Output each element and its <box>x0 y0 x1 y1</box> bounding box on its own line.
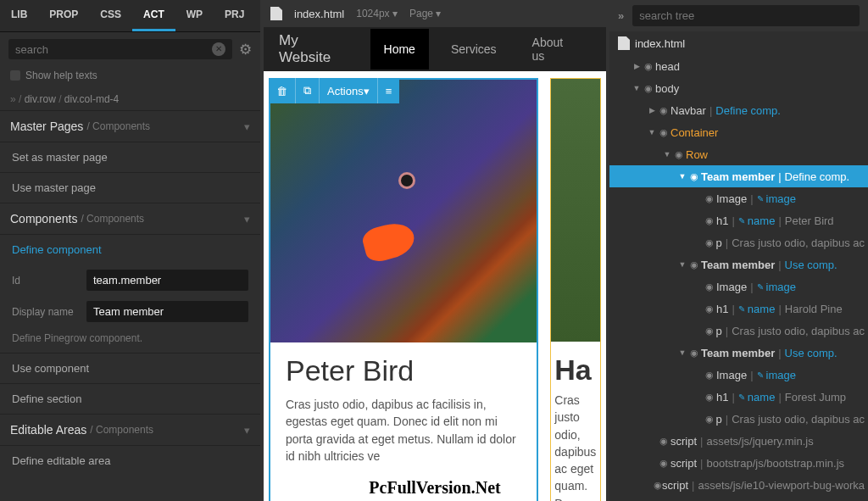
chevron-down-icon: ▾ <box>244 120 250 133</box>
menu-icon[interactable]: ≡ <box>378 78 400 103</box>
tree-file[interactable]: index.html <box>609 31 868 55</box>
define-section[interactable]: Define section <box>0 383 260 414</box>
file-icon <box>618 36 630 50</box>
chevron-down-icon: ▾ <box>244 424 250 437</box>
site-navbar: My Website Home Services About us <box>264 27 606 71</box>
id-label: Id <box>12 275 78 287</box>
tab-wp[interactable]: WP <box>175 0 214 31</box>
tab-lib[interactable]: LIB <box>0 0 38 31</box>
actions-dropdown[interactable]: Actions ▾ <box>320 78 378 103</box>
chevron-down-icon: ▾ <box>244 213 250 225</box>
nav-home[interactable]: Home <box>370 29 429 70</box>
tree-node-p[interactable]: ◉p|Cras justo odio, dapibus ac <box>609 320 868 342</box>
tree-node-head[interactable]: ▶◉head <box>609 55 868 77</box>
card-text[interactable]: Cras justo odio, dapibus ac eget quam. D… <box>551 392 600 501</box>
tab-css[interactable]: CSS <box>89 0 132 31</box>
tree-node-team-2[interactable]: ▼◉Team member|Use comp. <box>609 253 868 276</box>
brand[interactable]: My Website <box>279 32 352 66</box>
display-name-label: Display name <box>12 306 78 318</box>
tree-search-input[interactable] <box>632 5 860 26</box>
help-label: Show help texts <box>25 70 97 81</box>
team-member-card[interactable]: 🗑 ⧉ Actions ▾ ≡ Peter Bird Cras justo od… <box>269 78 538 501</box>
tree-node-image[interactable]: ◉Image|✎image <box>609 364 868 386</box>
tab-prj[interactable]: PRJ <box>214 0 255 31</box>
expand-icon[interactable]: » <box>618 9 624 22</box>
tree-node-image[interactable]: ◉Image|✎image <box>609 276 868 298</box>
trash-icon[interactable]: 🗑 <box>269 78 296 103</box>
clear-search-icon[interactable]: ✕ <box>212 42 225 56</box>
tree-node-body[interactable]: ▼◉body <box>609 77 868 99</box>
left-panel: LIB PROP CSS ACT WP PRJ ✕ ⚙ Show help te… <box>0 0 260 501</box>
tree-node-team-1[interactable]: ▼◉Team member|Define comp. <box>609 165 868 187</box>
define-component[interactable]: Define component <box>0 234 260 264</box>
section-master-pages[interactable]: Master Pages / Components ▾ <box>0 110 260 142</box>
component-hint: Define Pinegrow component. <box>0 327 260 353</box>
page-bar: index.html 1024px ▾ Page ▾ <box>260 0 609 27</box>
tree-node-script[interactable]: ◉script|assets/js/jquery.min.js <box>609 430 868 452</box>
tree-node-image[interactable]: ◉Image|✎image <box>609 187 868 209</box>
use-master-page[interactable]: Use master page <box>0 172 260 203</box>
tree-node-container[interactable]: ▼◉Container <box>609 121 868 143</box>
page-menu[interactable]: Page ▾ <box>409 8 441 19</box>
nav-services[interactable]: Services <box>437 29 510 70</box>
file-icon <box>270 7 282 20</box>
display-name-field[interactable] <box>86 301 248 322</box>
card-title[interactable]: Ha <box>551 342 600 392</box>
tree-panel: » index.html ▶◉head ▼◉body ▶◉Navbar|Defi… <box>609 0 868 501</box>
search-input[interactable] <box>15 43 212 56</box>
search-box: ✕ <box>8 39 232 59</box>
tree-node-h1[interactable]: ◉h1|✎name|Forest Jump <box>609 386 868 408</box>
section-editable-areas[interactable]: Editable Areas / Components ▾ <box>0 414 260 445</box>
duplicate-icon[interactable]: ⧉ <box>296 78 320 103</box>
card-title[interactable]: Peter Bird <box>286 354 521 387</box>
tree-node-h1[interactable]: ◉h1|✎name|Harold Pine <box>609 298 868 320</box>
page-preview: My Website Home Services About us 🗑 ⧉ Ac… <box>264 27 606 501</box>
tree-node-script[interactable]: ◉script|assets/js/ie10-viewport-bug-work… <box>609 474 868 496</box>
tree-node-p[interactable]: ◉p|Cras justo odio, dapibus ac <box>609 408 868 430</box>
watermark: PcFullVersion.Net <box>369 478 500 498</box>
tree-node-script[interactable]: ◉script|bootstrap/js/bootstrap.min.js <box>609 452 868 474</box>
card-image[interactable] <box>551 79 600 342</box>
nav-about[interactable]: About us <box>519 27 591 76</box>
crumb-row[interactable]: div.row <box>25 93 56 105</box>
page-width[interactable]: 1024px ▾ <box>356 8 398 19</box>
section-components[interactable]: Components / Components ▾ <box>0 203 260 234</box>
crumb-col[interactable]: div.col-md-4 <box>64 93 119 105</box>
page-filename[interactable]: index.html <box>294 8 344 20</box>
tree-node-navbar[interactable]: ▶◉Navbar|Define comp. <box>609 99 868 121</box>
define-editable-area[interactable]: Define editable area <box>0 445 260 476</box>
card-image[interactable] <box>270 80 537 342</box>
preview-panel: index.html 1024px ▾ Page ▾ My Website Ho… <box>260 0 609 501</box>
tree-node-row[interactable]: ▼◉Row <box>609 143 868 165</box>
breadcrumb: » / div.row / div.col-md-4 <box>0 88 260 110</box>
tree-node-p[interactable]: ◉p|Cras justo odio, dapibus ac <box>609 231 868 253</box>
gear-icon[interactable]: ⚙ <box>239 41 252 58</box>
team-member-card-2[interactable]: Ha Cras justo odio, dapibus ac eget quam… <box>550 78 601 501</box>
set-master-page[interactable]: Set as master page <box>0 142 260 172</box>
use-component[interactable]: Use component <box>0 353 260 383</box>
panel-tabs: LIB PROP CSS ACT WP PRJ <box>0 0 260 32</box>
tree-node-h1[interactable]: ◉h1|✎name|Peter Bird <box>609 209 868 231</box>
id-field[interactable] <box>86 270 248 291</box>
tree-node-team-3[interactable]: ▼◉Team member|Use comp. <box>609 342 868 364</box>
tab-act[interactable]: ACT <box>132 0 175 31</box>
help-checkbox[interactable] <box>10 70 20 81</box>
element-toolbar: 🗑 ⧉ Actions ▾ ≡ <box>269 78 399 103</box>
tab-prop[interactable]: PROP <box>38 0 89 31</box>
card-text[interactable]: Cras justo odio, dapibus ac facilisis in… <box>286 396 521 465</box>
